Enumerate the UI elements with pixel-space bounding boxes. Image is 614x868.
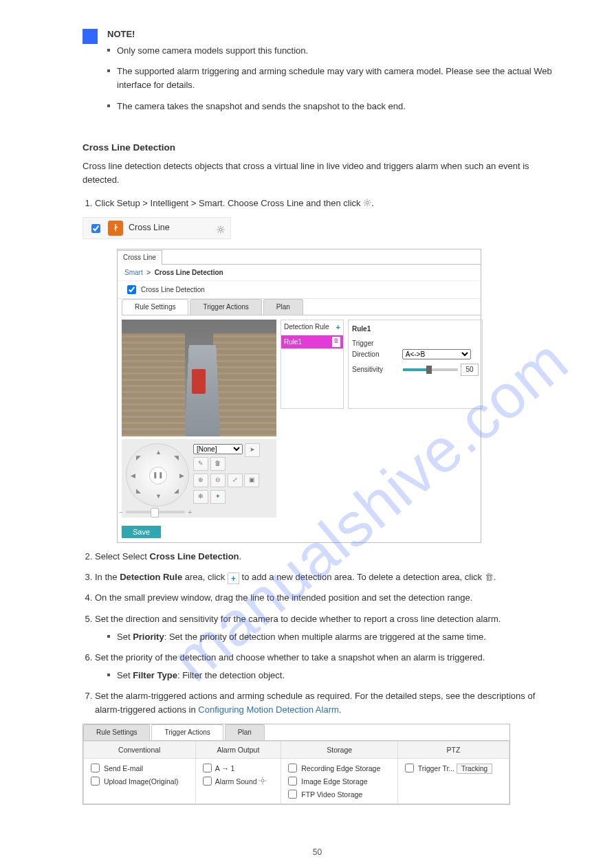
svg-line-17	[222, 227, 223, 228]
sensitivity-value: 50	[461, 364, 479, 376]
breadcrumb-smart[interactable]: Smart	[124, 269, 143, 276]
pedestrian-icon	[108, 221, 123, 236]
note-item: The supported alarm triggering and armin…	[107, 65, 552, 92]
tab-plan[interactable]: Plan	[263, 299, 303, 315]
ptz-down-icon[interactable]: ▼	[155, 492, 162, 502]
trigger-table: Conventional Alarm Output Storage PTZ Se…	[83, 741, 509, 804]
enable-checkbox[interactable]	[127, 285, 136, 294]
tab-trigger-actions[interactable]: Trigger Actions	[190, 299, 261, 315]
col-ptz: PTZ	[398, 741, 509, 758]
zoom-out-icon[interactable]: ⊖	[210, 474, 226, 487]
rule-item[interactable]: Rule1 🗑	[281, 335, 343, 350]
ptz-dpad[interactable]: ▲ ▼ ◀ ▶ ◤ ◥ ◣ ◢ ❚❚	[126, 443, 189, 507]
page-number: 50	[83, 846, 552, 859]
col-alarm-output: Alarm Output	[195, 741, 281, 758]
tab-rule-settings[interactable]: Rule Settings	[83, 724, 150, 740]
delete-preset-icon[interactable]: 🗑	[210, 457, 226, 471]
trigger-tracking-checkbox[interactable]	[405, 764, 414, 772]
feature-enable-checkbox[interactable]	[91, 224, 100, 233]
gear-icon[interactable]	[259, 777, 267, 785]
add-icon: +	[228, 572, 239, 584]
step-2: Select Select Cross Line Detection. Sele…	[95, 550, 552, 564]
ptz-right-icon[interactable]: ▶	[179, 471, 184, 481]
sensitivity-slider[interactable]	[403, 368, 458, 371]
sensitivity-label: Sensitivity	[352, 364, 400, 375]
tab-plan[interactable]: Plan	[225, 724, 265, 740]
alarm-a1-label: A → 1	[215, 764, 235, 772]
ptz-pause-icon[interactable]: ❚❚	[149, 467, 167, 485]
svg-line-7	[369, 200, 371, 201]
preset-select[interactable]: [None]	[193, 444, 243, 454]
ptz-left-icon[interactable]: ◀	[131, 471, 135, 481]
step-list: Click Setup > Intelligent > Smart. Choos…	[83, 197, 552, 210]
note-item: Only some camera models support this fun…	[107, 44, 552, 58]
step-4: On the small preview window, drag the li…	[95, 591, 552, 605]
ptz-upleft-icon[interactable]: ◤	[136, 454, 141, 463]
col-storage: Storage	[281, 741, 398, 758]
section-description: Cross line detection detects objects tha…	[83, 159, 552, 187]
upload-image-checkbox[interactable]	[91, 777, 100, 786]
tab-trigger-actions[interactable]: Trigger Actions	[151, 724, 223, 740]
config-tabs: Rule Settings Trigger Actions Plan	[122, 299, 481, 315]
step-3b-text: to add a new detection area. To delete a…	[242, 572, 483, 582]
original-size-icon[interactable]: ▣	[244, 474, 259, 487]
alarm-sound-checkbox[interactable]	[203, 777, 212, 786]
xref-link[interactable]: Configuring Motion Detection Alarm	[198, 704, 339, 715]
rule-item-label: Rule1	[284, 337, 302, 348]
save-button[interactable]: Save	[122, 526, 161, 538]
trigger-actions-screenshot: Rule Settings Trigger Actions Plan Conve…	[83, 724, 510, 805]
ptz-downright-icon[interactable]: ◢	[174, 487, 179, 496]
svg-line-15	[218, 227, 219, 228]
delete-rule-icon[interactable]: 🗑	[332, 337, 340, 348]
alarm-a1-checkbox[interactable]	[203, 764, 212, 772]
tracking-icon[interactable]: ✦	[210, 490, 226, 504]
step-5a-text: Set the direction and sensitivity for th…	[95, 614, 501, 624]
tracking-button[interactable]: Tracking	[457, 764, 492, 774]
note-block: NOTE! Only some camera models support th…	[83, 27, 552, 120]
step-6: Set the priority of the detection and ch…	[95, 651, 552, 682]
breadcrumb-current: Cross Line Detection	[155, 269, 223, 276]
add-rule-icon[interactable]: +	[336, 322, 340, 333]
config-screenshot: manualshive.com Cross Line Smart > Cross…	[117, 249, 481, 543]
img-edge-checkbox[interactable]	[288, 777, 297, 786]
ptz-up-icon[interactable]: ▲	[155, 448, 162, 458]
svg-line-5	[364, 200, 366, 201]
svg-line-16	[222, 232, 223, 233]
ptz-controls: ▲ ▼ ◀ ▶ ◤ ◥ ◣ ◢ ❚❚ −	[122, 439, 276, 518]
ftp-video-checkbox[interactable]	[288, 790, 297, 799]
ftp-video-label: FTP Video Storage	[301, 790, 362, 799]
rec-edge-checkbox[interactable]	[288, 764, 297, 772]
gear-icon[interactable]	[217, 224, 225, 232]
img-edge-label: Image Edge Storage	[301, 777, 367, 786]
tab-rule-settings[interactable]: Rule Settings	[122, 299, 188, 315]
send-email-checkbox[interactable]	[91, 764, 100, 772]
zoom-in-icon[interactable]: ⊕	[193, 474, 208, 487]
svg-line-6	[369, 204, 371, 205]
ptz-upright-icon[interactable]: ◥	[174, 454, 179, 463]
fit-icon[interactable]: ⤢	[228, 474, 243, 487]
svg-point-0	[366, 201, 369, 204]
goto-preset-icon[interactable]: ➤	[245, 443, 260, 457]
ptz-downleft-icon[interactable]: ◣	[136, 487, 141, 496]
rule-settings-title: Rule1	[352, 324, 479, 335]
svg-point-19	[261, 779, 264, 782]
rule-list: Detection Rule + Rule1 🗑	[281, 320, 344, 409]
step-1: Click Setup > Intelligent > Smart. Choos…	[95, 197, 552, 210]
step-5b: Set Priority: Set the priority of detect…	[107, 630, 552, 644]
trigger-dir-select[interactable]: A<->B	[402, 349, 471, 359]
trash-icon: 🗑	[485, 572, 494, 582]
step-3: In the Detection Rule area, click + to a…	[95, 570, 552, 585]
breadcrumb: Smart > Cross Line Detection	[118, 264, 481, 282]
enable-label: Cross Line Detection	[141, 285, 205, 296]
gear-icon	[363, 197, 371, 205]
video-preview[interactable]	[122, 320, 276, 436]
ptz-speed-slider[interactable]: − +	[126, 511, 185, 513]
edit-preset-icon[interactable]: ✎	[193, 457, 208, 471]
note-item: The camera takes the snapshot and sends …	[107, 100, 552, 113]
step-3a-text: In the Detection Rule area, click	[95, 572, 225, 582]
svg-line-18	[218, 232, 219, 233]
rule-settings: Rule1 Trigger Direction A<->B Sensitivit…	[348, 320, 483, 409]
window-tab[interactable]: Cross Line	[117, 250, 162, 265]
snapshot-icon[interactable]: ✻	[193, 490, 208, 504]
step-6a-text: Set the priority of the detection and ch…	[95, 652, 485, 663]
